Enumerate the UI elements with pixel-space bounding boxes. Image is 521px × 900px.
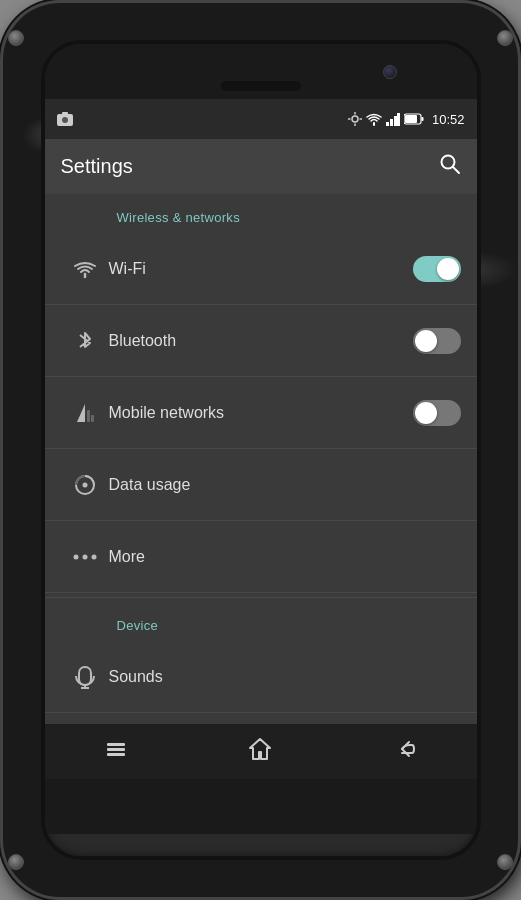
speaker-grill — [221, 81, 301, 91]
bluetooth-toggle[interactable] — [413, 328, 461, 354]
phone-bottom-bar — [45, 779, 477, 834]
sounds-label: Sounds — [109, 668, 461, 686]
svg-point-21 — [82, 482, 87, 487]
bolt-bottom-right — [497, 854, 513, 870]
recents-button[interactable] — [85, 731, 147, 773]
bluetooth-label: Bluetooth — [109, 332, 413, 350]
svg-marker-17 — [77, 404, 85, 422]
search-button[interactable] — [439, 153, 461, 180]
status-right-icons: 10:52 — [348, 112, 465, 127]
bolt-bottom-left — [8, 854, 24, 870]
settings-item-wifi[interactable]: Wi-Fi — [45, 233, 477, 305]
wifi-icon — [61, 259, 109, 279]
mobile-networks-label: Mobile networks — [109, 404, 413, 422]
settings-title: Settings — [61, 155, 133, 178]
status-bar: 10:52 — [45, 99, 477, 139]
settings-item-mobile-networks[interactable]: Mobile networks — [45, 377, 477, 449]
settings-item-bluetooth[interactable]: Bluetooth — [45, 305, 477, 377]
screen: 10:52 Settings Wireless & networks — [45, 99, 477, 779]
sounds-icon — [61, 665, 109, 689]
wifi-toggle-thumb — [437, 258, 459, 280]
svg-rect-29 — [107, 753, 125, 756]
svg-rect-18 — [87, 410, 90, 422]
signal-status-icon — [386, 112, 400, 126]
front-camera — [383, 65, 397, 79]
svg-point-3 — [352, 116, 358, 122]
svg-rect-9 — [390, 119, 393, 126]
svg-point-1 — [62, 117, 68, 123]
svg-rect-13 — [405, 115, 417, 123]
data-usage-label: Data usage — [109, 476, 461, 494]
bluetooth-icon — [61, 329, 109, 353]
phone-top-bar — [45, 44, 477, 99]
wifi-label: Wi-Fi — [109, 260, 413, 278]
data-usage-icon — [61, 473, 109, 497]
photo-icon — [57, 112, 73, 126]
bolt-top-right — [497, 30, 513, 46]
section-divider — [45, 597, 477, 598]
home-icon — [248, 737, 272, 761]
svg-rect-2 — [62, 112, 68, 115]
svg-rect-27 — [107, 743, 125, 746]
svg-rect-8 — [386, 122, 389, 126]
svg-point-23 — [82, 554, 87, 559]
more-icon — [61, 552, 109, 562]
svg-rect-11 — [397, 113, 400, 126]
mobile-networks-toggle-thumb — [415, 402, 437, 424]
back-button[interactable] — [374, 730, 436, 774]
mobile-signal-icon — [61, 402, 109, 424]
mobile-networks-toggle[interactable] — [413, 400, 461, 426]
svg-point-22 — [73, 554, 78, 559]
svg-rect-19 — [91, 415, 94, 422]
app-bar: Settings — [45, 139, 477, 194]
search-icon — [439, 153, 461, 175]
svg-rect-28 — [107, 748, 125, 751]
svg-rect-14 — [421, 117, 423, 121]
svg-marker-30 — [250, 739, 270, 759]
more-label: More — [109, 548, 461, 566]
battery-status-icon — [404, 113, 424, 125]
settings-item-more[interactable]: More — [45, 521, 477, 593]
svg-point-24 — [91, 554, 96, 559]
wifi-toggle[interactable] — [413, 256, 461, 282]
settings-item-data-usage[interactable]: Data usage — [45, 449, 477, 521]
wifi-status-icon — [366, 112, 382, 126]
recents-icon — [105, 741, 127, 759]
status-left-icons — [57, 112, 73, 126]
settings-list: Wireless & networks Wi-Fi — [45, 194, 477, 779]
brightness-icon — [348, 112, 362, 126]
svg-line-16 — [453, 167, 459, 173]
svg-rect-10 — [394, 116, 397, 126]
phone-bezel: 10:52 Settings Wireless & networks — [41, 40, 481, 860]
bluetooth-toggle-thumb — [415, 330, 437, 352]
settings-item-sounds[interactable]: Sounds — [45, 641, 477, 713]
section-header-device: Device — [45, 602, 477, 641]
navigation-bar — [45, 724, 477, 779]
section-header-wireless: Wireless & networks — [45, 194, 477, 233]
back-icon — [394, 738, 416, 760]
home-button[interactable] — [228, 729, 292, 775]
phone-frame: 10:52 Settings Wireless & networks — [0, 0, 521, 900]
time-display: 10:52 — [432, 112, 465, 127]
bolt-top-left — [8, 30, 24, 46]
